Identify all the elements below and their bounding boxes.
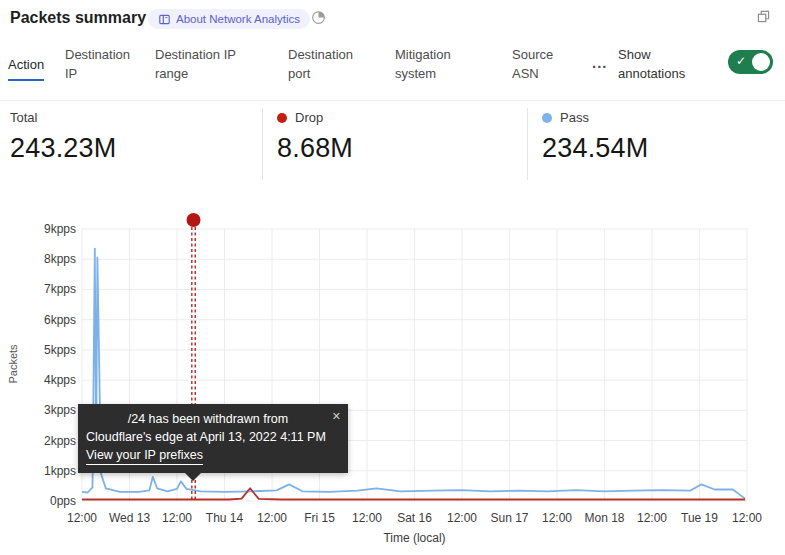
dimension-tabs: Action Destination IP Destination IP ran… [0,0,785,100]
tab-mitigation-system[interactable]: Mitigation system [395,46,465,84]
show-annotations-toggle[interactable]: ✓ [728,50,773,74]
stats-vertical-divider [262,108,263,180]
tooltip-line-1: /24 has been withdrawn from [86,411,338,429]
show-annotations-label: Show annotations [618,46,698,84]
tab-destination-port[interactable]: Destination port [288,46,366,84]
check-icon: ✓ [736,54,746,68]
stat-total-value: 243.23M [10,133,116,164]
toggle-knob [752,53,770,71]
stat-total: Total 243.23M [10,110,116,164]
annotation-tooltip: /24 has been withdrawn from Cloudflare's… [78,404,348,473]
x-tick-label: 12:00 [715,511,779,525]
y-tick-label: 2kpps [0,434,76,448]
stat-pass-label: Pass [560,110,589,125]
tooltip-line-2: Cloudflare's edge at April 13, 2022 4:11… [86,429,338,447]
stat-drop-value: 8.68M [277,133,353,164]
view-ip-prefixes-link[interactable]: View your IP prefixes [86,447,203,466]
pass-legend-dot [542,113,552,123]
x-axis-title: Time (local) [82,531,747,545]
y-tick-label: 9kpps [0,222,76,236]
tab-destination-ip-range[interactable]: Destination IP range [155,46,247,84]
chart-plot-area [0,210,785,555]
stat-pass: Pass 234.54M [542,110,648,164]
stats-vertical-divider [527,108,528,180]
tab-action[interactable]: Action [8,56,44,75]
y-tick-label: 1kpps [0,464,76,478]
y-tick-label: 6kpps [0,313,76,327]
y-tick-label: 8kpps [0,252,76,266]
stat-drop-label: Drop [295,110,323,125]
y-tick-label: 3kpps [0,403,76,417]
tab-destination-ip[interactable]: Destination IP [65,46,141,84]
stat-total-label: Total [10,110,37,125]
close-icon[interactable]: ✕ [332,409,341,425]
stats-row: Total 243.23M Drop 8.68M Pass 234.54M [0,100,785,190]
annotation-dot[interactable] [187,213,201,227]
y-tick-label: 0pps [0,494,76,508]
y-tick-label: 4kpps [0,373,76,387]
packets-chart: Packets Time (local) 9kpps8kpps7kpps6kpp… [0,210,785,555]
more-tabs-button[interactable]: ... [592,54,608,71]
y-tick-label: 5kpps [0,343,76,357]
stat-pass-value: 234.54M [542,133,648,164]
tab-source-asn[interactable]: Source ASN [512,46,562,84]
drop-legend-dot [277,113,287,123]
y-tick-label: 7kpps [0,282,76,296]
stat-drop: Drop 8.68M [277,110,353,164]
